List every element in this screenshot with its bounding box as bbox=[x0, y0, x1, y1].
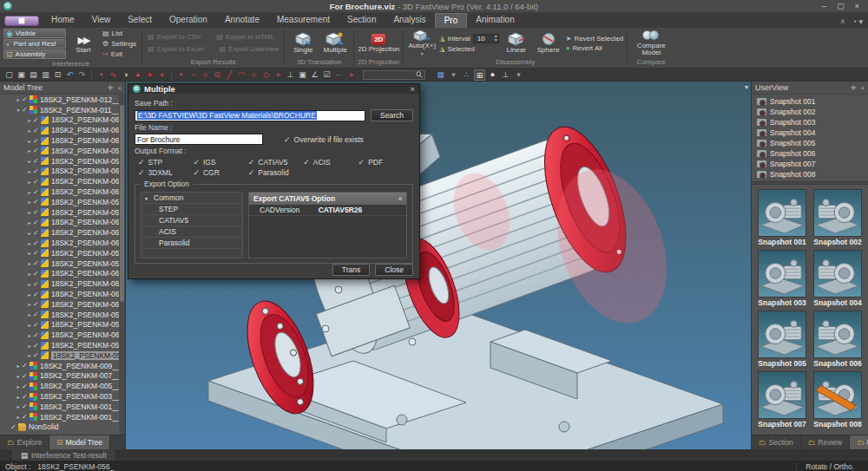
tree-check-icon[interactable]: ✓ bbox=[22, 393, 30, 401]
tree-item[interactable]: ▸✓18SK2_PSENKM-059_ bbox=[0, 146, 119, 156]
tree-check-icon[interactable]: ✓ bbox=[33, 249, 41, 257]
tree-check-icon[interactable]: ✓ bbox=[33, 116, 41, 124]
format-checkbox-stp[interactable]: ✓STP bbox=[138, 158, 189, 167]
dim-box-icon[interactable]: ▣ bbox=[297, 69, 308, 81]
undo-icon[interactable]: ↶ bbox=[64, 69, 76, 81]
tree-item[interactable]: ▸✓18SK2_PSENKM-062_ bbox=[0, 176, 119, 186]
interference-assembly-button[interactable]: ⊟Assembly bbox=[3, 49, 66, 59]
redo-icon[interactable]: ↷ bbox=[76, 69, 88, 81]
projection-2d-button[interactable]: 2D 2D Projection bbox=[358, 29, 399, 57]
option-value[interactable]: CATIAV5R26 bbox=[319, 206, 363, 214]
tab-review[interactable]: 🗀Review bbox=[801, 435, 850, 449]
tree-item[interactable]: ▸✓18SK2_PSENKM-059_ bbox=[0, 310, 119, 320]
snapshot-list-item[interactable]: Snapshot 007 bbox=[752, 159, 868, 169]
tree-expander-icon[interactable]: ▸ bbox=[26, 291, 33, 298]
tree-expander-icon[interactable]: ▸ bbox=[26, 230, 33, 236]
tree-check-icon[interactable]: ✓ bbox=[33, 157, 41, 165]
dialog-title-bar[interactable]: G Multiple × bbox=[128, 84, 419, 94]
tree-expander-icon[interactable]: ▸ bbox=[26, 311, 33, 317]
tree-check-icon[interactable]: ✓ bbox=[33, 229, 41, 237]
tree-item[interactable]: ▸✓18SK2_PSENKM-057_ bbox=[0, 340, 119, 350]
tree-expander-icon[interactable]: ▸ bbox=[15, 383, 22, 389]
tree-check-icon[interactable]: ✓ bbox=[33, 280, 41, 288]
format-checkbox-acis[interactable]: ✓ACIS bbox=[303, 158, 354, 167]
translation-single-button[interactable]: Single bbox=[288, 29, 318, 57]
tree-item[interactable]: ✓NonSolid bbox=[0, 422, 119, 433]
tree-expander-icon[interactable]: ▸ bbox=[26, 158, 33, 164]
tree-check-icon[interactable]: ✓ bbox=[33, 321, 41, 329]
measure-point-icon[interactable]: • bbox=[95, 69, 107, 81]
pin-icon[interactable]: ✛ bbox=[108, 84, 114, 92]
tree-check-icon[interactable]: ✓ bbox=[22, 372, 30, 380]
overwrite-checkbox[interactable]: ✓ Overwrite if file exists bbox=[284, 135, 364, 144]
viewport-collapse-icon[interactable]: ▾ bbox=[745, 83, 748, 91]
tree-item[interactable]: ▸✓18SK2_PSENKM-059_ bbox=[0, 248, 119, 258]
export-excel-button[interactable]: ▤Export to Excel bbox=[146, 44, 205, 54]
tree-item[interactable]: ▸✓18SK2_PSENKM-060_ bbox=[0, 299, 119, 310]
tree-expander-icon[interactable]: ▸ bbox=[15, 394, 22, 400]
structure-icon[interactable]: ∴ bbox=[461, 69, 472, 81]
tree-expander-icon[interactable]: ▸ bbox=[15, 414, 22, 420]
tree-item[interactable]: ▸✓18SK2_PSENKM-058_ bbox=[0, 258, 119, 269]
collapse-caret-icon[interactable]: ˄ bbox=[398, 196, 402, 202]
tree-expander-icon[interactable]: ▾ bbox=[145, 195, 154, 201]
select-sphere-icon[interactable]: ● bbox=[487, 69, 498, 81]
option-tree-root[interactable]: ▾Common bbox=[141, 193, 242, 204]
tree-item[interactable]: ▸✓18SK2_PSENKM-060_ bbox=[0, 218, 119, 228]
file-name-input[interactable]: For Brochure bbox=[135, 134, 263, 145]
export-userview-button[interactable]: ▤Export Userview bbox=[217, 44, 280, 54]
format-checkbox-parasolid[interactable]: ✓Parasolid bbox=[248, 168, 299, 177]
print-icon[interactable]: ⊡ bbox=[52, 69, 63, 81]
search-path-button[interactable]: Search bbox=[371, 109, 413, 121]
tree-item[interactable]: ▸✓18SK2_PSENKM-012__ASM bbox=[0, 95, 119, 105]
tree-check-icon[interactable]: ✓ bbox=[33, 351, 41, 359]
interference-part-rest-button[interactable]: ◐Part and Rest bbox=[3, 39, 66, 49]
dim-angle-icon[interactable]: ∠ bbox=[309, 69, 320, 81]
format-checkbox-cgr[interactable]: ✓CGR bbox=[193, 168, 244, 177]
tree-expander-icon[interactable]: ▸ bbox=[26, 128, 33, 134]
style-menu-icon[interactable]: ◔ ▾ bbox=[852, 17, 863, 26]
tree-expander-icon[interactable]: ▸ bbox=[26, 271, 33, 277]
snapshot-thumbnail[interactable]: Snapshot 005 bbox=[757, 311, 807, 368]
search-box[interactable] bbox=[363, 70, 425, 80]
tree-item[interactable]: ▸✓18SK2_PSENKM-056_ bbox=[0, 350, 119, 361]
tree-expander-icon[interactable]: ▸ bbox=[26, 352, 33, 358]
dim-diamond-icon[interactable]: ◇ bbox=[260, 69, 272, 81]
triad-icon[interactable]: ⊥ bbox=[500, 69, 511, 81]
tree-expander-icon[interactable]: ▾ bbox=[15, 107, 22, 113]
tree-item[interactable]: ▸✓18SK2_PSENKM-061_ bbox=[0, 238, 119, 248]
snapshot-thumbnail[interactable]: Snapshot 003 bbox=[757, 250, 807, 307]
tree-expander-icon[interactable]: ▸ bbox=[26, 219, 33, 226]
revert-all-button[interactable]: ●Revert All bbox=[566, 44, 624, 52]
menu-tab-measurement[interactable]: Measurement bbox=[268, 13, 339, 28]
menu-tab-animation[interactable]: Animation bbox=[467, 13, 523, 28]
measure-axis-icon[interactable]: ⌖ bbox=[156, 69, 168, 81]
interference-result-tab[interactable]: ▤ Interference Test-result bbox=[12, 449, 116, 461]
display-style-caret-icon[interactable]: ▾ bbox=[448, 69, 459, 81]
catiav5-option-header[interactable]: Export CATIAV5 Option ˄ bbox=[249, 193, 406, 205]
select-assembly-icon[interactable]: ⊞ bbox=[474, 69, 485, 81]
option-tree-item-parasolid[interactable]: Parasolid bbox=[141, 238, 242, 249]
tree-item[interactable]: ▸✓18SK2_PSENKM-009__ASM bbox=[0, 361, 119, 371]
tree-check-icon[interactable]: ✓ bbox=[22, 402, 30, 410]
tree-expander-icon[interactable]: ▸ bbox=[15, 403, 22, 409]
dim-more-icon[interactable]: ⋯ bbox=[333, 69, 345, 81]
collapse-ribbon-icon[interactable]: ˄ bbox=[840, 17, 845, 26]
dim-arc-icon[interactable]: ◠ bbox=[236, 69, 247, 81]
dim-check-icon[interactable]: ☑ bbox=[321, 69, 332, 81]
option-tree-item-acis[interactable]: ACIS bbox=[141, 226, 242, 238]
tree-expander-icon[interactable]: ▸ bbox=[26, 209, 33, 215]
pin-icon[interactable]: ✛ bbox=[851, 84, 857, 92]
format-checkbox-igs[interactable]: ✓IGS bbox=[193, 158, 244, 167]
dim-axis-red-icon[interactable]: ⌖ bbox=[345, 69, 357, 81]
tree-check-icon[interactable]: ✓ bbox=[33, 311, 41, 318]
interference-list-button[interactable]: ▤List bbox=[101, 29, 138, 38]
tree-item[interactable]: ▸✓18SK2_PSENKM-058_ bbox=[0, 156, 119, 167]
interference-visible-button[interactable]: ◉Visible bbox=[3, 29, 66, 38]
tree-check-icon[interactable]: ✓ bbox=[33, 300, 41, 308]
snapshot-list-item[interactable]: Snapshot 001 bbox=[752, 96, 868, 107]
snapshot-list-item[interactable]: Snapshot 002 bbox=[752, 107, 868, 117]
dim-axis-icon[interactable]: ⌖ bbox=[273, 69, 284, 81]
save-path-input[interactable]: E:\3D FASTVIEW\3D FastView Materials\BRO… bbox=[135, 110, 365, 121]
trans-button[interactable]: Trans bbox=[332, 264, 370, 276]
